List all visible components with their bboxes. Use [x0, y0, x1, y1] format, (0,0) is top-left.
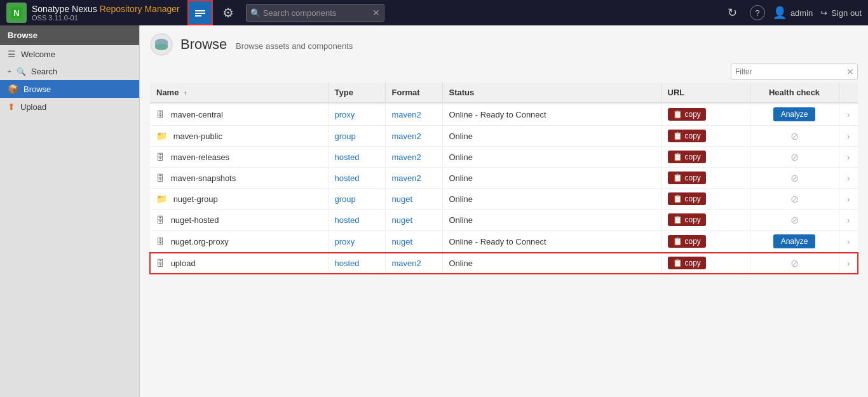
topnav: N Sonatype Nexus Repository Manager OSS … [0, 0, 868, 25]
welcome-icon: ☰ [8, 49, 16, 59]
browse-nav-icon[interactable] [187, 0, 213, 25]
browse-sidebar-icon: 📦 [8, 84, 18, 94]
sidebar-item-browse[interactable]: 📦 Browse [0, 80, 139, 98]
cell-url: 📋 copy [661, 210, 750, 231]
cell-type: proxy [328, 231, 385, 253]
cell-arrow[interactable]: › [839, 210, 858, 231]
cell-health: Analyze [750, 103, 839, 126]
copy-button[interactable]: 📋 copy [668, 151, 706, 163]
cell-arrow[interactable]: › [839, 168, 858, 189]
cell-status: Online [442, 189, 661, 210]
cell-url: 📋 copy [661, 147, 750, 168]
signout-button[interactable]: ↪ Sign out [820, 8, 862, 18]
svg-rect-4 [195, 13, 205, 14]
copy-icon: 📋 [673, 237, 682, 246]
sidebar-item-search[interactable]: + 🔍 Search [0, 63, 139, 80]
copy-button[interactable]: 📋 copy [668, 130, 706, 142]
copy-icon: 📋 [673, 152, 682, 161]
row-type-icon: 📁 [156, 194, 167, 204]
copy-button[interactable]: 📋 copy [668, 213, 706, 226]
cell-name: 🗄 maven-releases [150, 147, 328, 168]
format-link[interactable]: maven2 [392, 173, 421, 183]
analyze-button[interactable]: Analyze [773, 234, 816, 248]
cell-name: 🗄 nuget-hosted [150, 210, 328, 231]
copy-button[interactable]: 📋 copy [668, 192, 706, 205]
col-header-url[interactable]: URL [661, 83, 750, 103]
type-link[interactable]: proxy [335, 237, 355, 246]
cell-type: proxy [328, 103, 385, 126]
format-link[interactable]: maven2 [392, 110, 421, 119]
user-area: 👤 admin [773, 6, 813, 20]
cell-format: nuget [385, 210, 442, 231]
sidebar-item-browse-label: Browse [24, 84, 51, 94]
type-link[interactable]: hosted [335, 173, 360, 183]
cell-health: ⊘ [750, 168, 839, 189]
copy-button[interactable]: 📋 copy [668, 257, 706, 269]
page-subtitle: Browse assets and components [236, 41, 353, 51]
row-type-icon: 🗄 [156, 110, 165, 119]
health-disabled-icon: ⊘ [790, 215, 799, 225]
type-link[interactable]: proxy [335, 110, 355, 119]
filter-input[interactable] [731, 64, 858, 80]
page-title: Browse [180, 36, 227, 52]
col-header-name[interactable]: Name ↑ [150, 83, 328, 103]
table-wrap: Name ↑ Type Format Status URL Health che… [140, 83, 868, 397]
copy-button[interactable]: 📋 copy [668, 108, 706, 121]
settings-icon[interactable]: ⚙ [218, 3, 238, 23]
cell-health: ⊘ [750, 210, 839, 231]
type-link[interactable]: group [335, 194, 356, 204]
copy-button[interactable]: 📋 copy [668, 172, 706, 184]
copy-icon: 📋 [673, 173, 682, 182]
copy-label: copy [685, 110, 701, 119]
type-link[interactable]: hosted [335, 215, 360, 225]
cell-arrow[interactable]: › [839, 147, 858, 168]
copy-icon: 📋 [673, 215, 682, 224]
cell-health: Analyze [750, 231, 839, 253]
cell-status: Online [442, 168, 661, 189]
app-title: Sonatype Nexus Repository Manager [32, 4, 180, 15]
row-chevron-icon: › [847, 238, 850, 246]
type-link[interactable]: group [335, 131, 356, 141]
cell-name: 📁 nuget-group [150, 189, 328, 210]
col-header-arrow [839, 83, 858, 103]
sidebar-item-welcome[interactable]: ☰ Welcome [0, 45, 139, 63]
copy-label: copy [685, 152, 701, 161]
main-layout: Browse ☰ Welcome + 🔍 Search 📦 Browse ⬆ U… [0, 25, 868, 397]
cell-url: 📋 copy [661, 231, 750, 253]
col-header-format[interactable]: Format [385, 83, 442, 103]
format-link[interactable]: maven2 [392, 259, 421, 268]
cell-arrow[interactable]: › [839, 103, 858, 126]
logo-area: N Sonatype Nexus Repository Manager OSS … [6, 3, 180, 23]
cell-arrow[interactable]: › [839, 253, 858, 274]
cell-format: nuget [385, 231, 442, 253]
search-input[interactable] [263, 8, 370, 18]
col-header-health[interactable]: Health check [750, 83, 839, 103]
search-icon: 🔍 [250, 8, 261, 18]
type-link[interactable]: hosted [335, 259, 360, 268]
type-link[interactable]: hosted [335, 152, 360, 162]
col-header-status[interactable]: Status [442, 83, 661, 103]
copy-button[interactable]: 📋 copy [668, 235, 706, 248]
repo-name: nuget-group [173, 194, 218, 204]
cell-arrow[interactable]: › [839, 189, 858, 210]
format-link[interactable]: nuget [392, 194, 413, 204]
analyze-button[interactable]: Analyze [773, 107, 816, 121]
filter-clear-icon[interactable]: ✕ [846, 67, 854, 77]
copy-label: copy [685, 194, 701, 203]
format-link[interactable]: maven2 [392, 152, 421, 162]
search-clear-icon[interactable]: ✕ [372, 8, 380, 18]
row-chevron-icon: › [847, 111, 850, 119]
format-link[interactable]: nuget [392, 237, 413, 246]
row-type-icon: 🗄 [156, 259, 165, 268]
refresh-button[interactable]: ↻ [723, 3, 742, 22]
cell-arrow[interactable]: › [839, 126, 858, 147]
sidebar-item-upload[interactable]: ⬆ Upload [0, 98, 139, 116]
cell-arrow[interactable]: › [839, 231, 858, 253]
help-button[interactable]: ? [750, 5, 765, 20]
format-link[interactable]: nuget [392, 215, 413, 225]
col-header-type[interactable]: Type [328, 83, 385, 103]
table-row: 🗄 maven-central proxy maven2 Online - Re… [150, 103, 858, 126]
cell-type: hosted [328, 168, 385, 189]
search-box: 🔍 ✕ [246, 4, 384, 22]
format-link[interactable]: maven2 [392, 131, 421, 141]
